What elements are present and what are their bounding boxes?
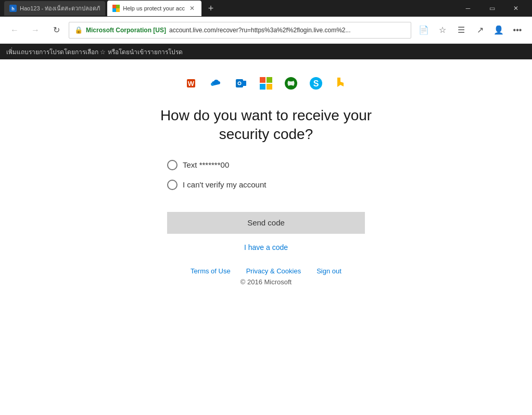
title-bar: h Hao123 - ท่องเน็ตสะดวกปลอดภั Help us p… bbox=[0, 0, 532, 17]
tab2-favicon bbox=[112, 5, 120, 12]
toolbar-icons: 📄 ☆ ☰ ↗ 👤 ••• bbox=[415, 22, 526, 39]
refresh-button[interactable]: ↻ bbox=[48, 22, 65, 39]
bookmark-bar: เพิ่มแถบรายการโปรดโดยการเลือก ☆ หรือโดยน… bbox=[0, 44, 532, 59]
favorites-icon[interactable]: ☆ bbox=[434, 22, 451, 39]
svg-rect-5 bbox=[116, 8, 120, 12]
tab1-favicon: h bbox=[9, 5, 17, 12]
svg-text:W: W bbox=[188, 80, 195, 87]
org-name: Microsoft Corporation [US] bbox=[86, 27, 166, 34]
send-code-button[interactable]: Send code bbox=[167, 212, 365, 234]
svg-text:h: h bbox=[11, 6, 15, 11]
share-icon[interactable]: ↗ bbox=[472, 22, 488, 39]
i-have-code-link[interactable]: I have a code bbox=[244, 243, 288, 251]
main-container: How do you want to receive your security… bbox=[136, 106, 396, 286]
close-button[interactable]: ✕ bbox=[504, 0, 528, 17]
svg-rect-3 bbox=[116, 5, 120, 8]
radio-text-label: Text *******00 bbox=[183, 160, 229, 169]
window-controls: ─ ▭ ✕ bbox=[456, 0, 528, 17]
office-icon: W bbox=[184, 76, 198, 91]
tab-hao123[interactable]: h Hao123 - ท่องเน็ตสะดวกปลอดภั bbox=[4, 1, 105, 16]
restore-button[interactable]: ▭ bbox=[480, 0, 504, 17]
radio-text-circle[interactable] bbox=[167, 160, 178, 170]
more-icon[interactable]: ••• bbox=[509, 22, 526, 39]
new-tab-button[interactable]: + bbox=[204, 1, 218, 16]
svg-rect-15 bbox=[267, 84, 272, 90]
svg-rect-14 bbox=[260, 84, 265, 90]
bing-icon bbox=[334, 76, 348, 91]
terms-of-use-link[interactable]: Terms of Use bbox=[191, 267, 231, 275]
minimize-button[interactable]: ─ bbox=[456, 0, 480, 17]
radio-option-text[interactable]: Text *******00 bbox=[167, 160, 365, 170]
tab-help-protect[interactable]: Help us protect your acc ✕ bbox=[107, 1, 201, 16]
extensions-icon[interactable]: 👤 bbox=[490, 22, 507, 39]
url-text: account.live.com/recover?ru=https%3a%2f%… bbox=[169, 27, 351, 34]
footer: Terms of Use Privacy & Cookies Sign out … bbox=[191, 267, 341, 286]
address-bar: ← → ↻ 🔒 Microsoft Corporation [US] accou… bbox=[0, 17, 532, 44]
main-heading: How do you want to receive your security… bbox=[136, 106, 396, 144]
sign-out-link[interactable]: Sign out bbox=[316, 267, 341, 275]
footer-links: Terms of Use Privacy & Cookies Sign out bbox=[191, 267, 341, 275]
page-content: W bbox=[0, 59, 532, 396]
radio-cant-verify-circle[interactable] bbox=[167, 180, 178, 190]
back-button[interactable]: ← bbox=[6, 22, 23, 39]
xbox-icon bbox=[284, 76, 298, 91]
bookmark-bar-text: เพิ่มแถบรายการโปรดโดยการเลือก ☆ หรือโดยน… bbox=[6, 47, 183, 57]
tab2-close-icon[interactable]: ✕ bbox=[188, 4, 196, 12]
forward-button[interactable]: → bbox=[27, 22, 44, 39]
svg-point-11 bbox=[238, 82, 240, 84]
microsoft-logo bbox=[259, 76, 273, 91]
radio-option-cant-verify[interactable]: I can't verify my account bbox=[167, 180, 365, 190]
svg-rect-2 bbox=[112, 5, 116, 8]
ms-product-icons: W bbox=[184, 76, 348, 91]
svg-text:S: S bbox=[313, 79, 319, 88]
tab1-title: Hao123 - ท่องเน็ตสะดวกปลอดภั bbox=[20, 4, 100, 13]
radio-cant-verify-label: I can't verify my account bbox=[183, 180, 266, 189]
secure-icon: 🔒 bbox=[74, 26, 83, 34]
tab2-title: Help us protect your acc bbox=[123, 5, 185, 11]
svg-rect-12 bbox=[260, 77, 265, 83]
svg-rect-4 bbox=[112, 8, 116, 12]
hub-icon[interactable]: ☰ bbox=[453, 22, 470, 39]
svg-rect-13 bbox=[267, 77, 272, 83]
outlook-icon bbox=[234, 76, 248, 91]
skype-icon: S bbox=[309, 76, 323, 91]
privacy-cookies-link[interactable]: Privacy & Cookies bbox=[246, 267, 301, 275]
copyright: © 2016 Microsoft bbox=[240, 278, 292, 286]
address-input[interactable]: 🔒 Microsoft Corporation [US] account.liv… bbox=[69, 22, 411, 39]
onedrive-icon bbox=[209, 76, 223, 91]
options-container: Text *******00 I can't verify my account bbox=[136, 160, 396, 199]
reader-view-icon[interactable]: 📄 bbox=[415, 22, 432, 39]
